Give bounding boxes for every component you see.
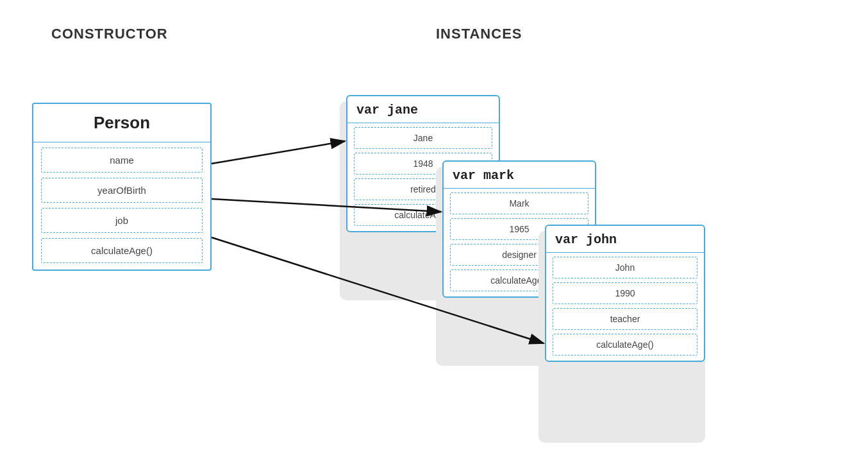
- constructor-box: Person name yearOfBirth job calculateAge…: [32, 103, 212, 271]
- constructor-field-calculateage: calculateAge(): [41, 238, 203, 263]
- diagram-container: CONSTRUCTOR INSTANCES Person name yearOf…: [0, 0, 868, 471]
- constructor-field-yearofbirth: yearOfBirth: [41, 178, 203, 203]
- jane-field-name: Jane: [354, 127, 492, 149]
- constructor-section-label: CONSTRUCTOR: [51, 26, 168, 42]
- arrow-to-jane: [212, 141, 345, 164]
- john-field-job: teacher: [553, 308, 697, 330]
- john-field-name: John: [553, 257, 697, 278]
- mark-title: var mark: [444, 162, 595, 189]
- constructor-field-job: job: [41, 208, 203, 233]
- constructor-title: Person: [33, 104, 210, 142]
- jane-title: var jane: [347, 96, 499, 123]
- john-title: var john: [546, 226, 704, 253]
- john-field-year: 1990: [553, 282, 697, 304]
- constructor-field-name: name: [41, 148, 203, 173]
- john-field-calculate: calculateAge(): [553, 334, 697, 355]
- john-card: var john John 1990 teacher calculateAge(…: [545, 225, 705, 362]
- mark-field-name: Mark: [450, 193, 588, 214]
- instances-section-label: INSTANCES: [436, 26, 522, 42]
